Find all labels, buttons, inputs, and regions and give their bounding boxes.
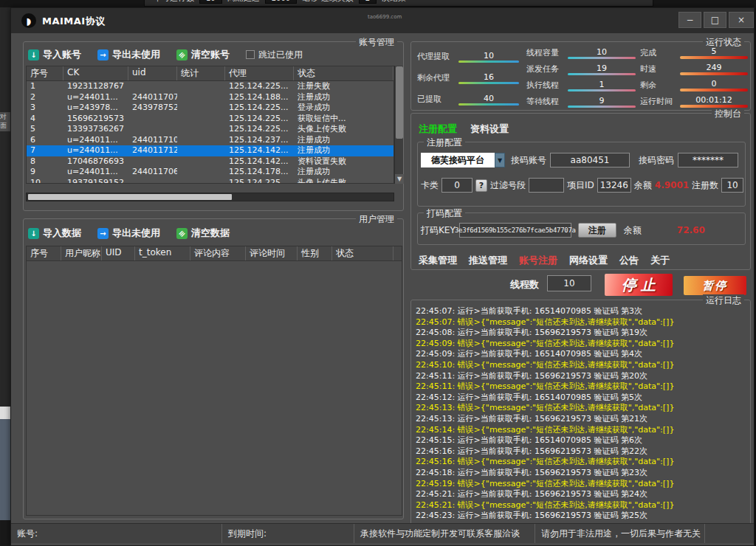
user-col-header[interactable]: 性别 bbox=[298, 246, 332, 260]
sms-platform-dropdown[interactable]: 德芙接码平台 bbox=[421, 153, 495, 167]
thread-count-input[interactable]: 10 bbox=[547, 275, 591, 291]
table-cell: 125.124.237... bbox=[225, 135, 294, 146]
account-table-vscrollbar[interactable]: ▼ bbox=[394, 66, 403, 184]
export-unused-data-button[interactable]: → 导出未使用 bbox=[97, 227, 160, 240]
account-table-hscrollbar[interactable] bbox=[26, 193, 394, 201]
export-icon: → bbox=[97, 49, 109, 61]
nav-tab[interactable]: 账号注册 bbox=[519, 254, 557, 267]
console-label: 控制台 bbox=[712, 108, 744, 120]
pause-button[interactable]: 暂停 bbox=[684, 276, 746, 295]
user-col-header[interactable]: 用户昵称 bbox=[61, 246, 102, 260]
hscroll-thumb[interactable] bbox=[28, 194, 232, 200]
account-col-header[interactable]: uid bbox=[128, 66, 177, 80]
stop-button[interactable]: 停止 bbox=[605, 274, 673, 296]
proxy-stats-column: 代理提取10剩余代理16已提取40 bbox=[417, 51, 519, 106]
skip-used-checkbox[interactable]: 跳过已使用 bbox=[246, 49, 303, 61]
table-cell: 125.124.188... bbox=[225, 92, 294, 103]
table-row[interactable]: 6u=244011...244011710125.124.237...注册成功 bbox=[27, 135, 394, 146]
log-line-info: 22:45:12: 运行>当前获取手机: 16514070985 验证码 第5次 bbox=[416, 393, 745, 404]
register-count-input[interactable]: 10 bbox=[721, 178, 743, 193]
user-col-header[interactable]: 序号 bbox=[27, 246, 61, 260]
run-log-label: 运行日志 bbox=[703, 294, 744, 307]
table-row[interactable]: 9u=244011...244011706125.124.178...注册成功 bbox=[27, 167, 394, 178]
log-line-error: 22:45:21: 错误>{"message":"短信还未到达,请继续获取","… bbox=[416, 500, 745, 511]
vscroll-thumb[interactable] bbox=[396, 66, 403, 139]
import-accounts-label: 导入账号 bbox=[43, 48, 81, 61]
table-cell bbox=[177, 114, 225, 125]
table-row[interactable]: 817046876693125.124.142...资料设置失败 bbox=[27, 156, 394, 167]
account-table-body: 119231128767125.124.225...注册失败2u=244011.… bbox=[27, 81, 394, 184]
table-cell: 17046876693 bbox=[63, 156, 128, 167]
stat-value: 10 bbox=[568, 48, 636, 57]
table-cell: 6 bbox=[27, 135, 63, 146]
table-cell bbox=[177, 92, 225, 103]
table-row[interactable]: 513393736267125.124.225...头像上传失败 bbox=[27, 124, 394, 135]
nav-tab[interactable]: 推送管理 bbox=[469, 254, 507, 267]
stat-gradient-bar bbox=[458, 82, 519, 84]
table-row[interactable]: 7u=244011...244011712125.124.142...注册成功 bbox=[27, 145, 394, 156]
clear-data-button[interactable]: ≡ 清空数据 bbox=[176, 227, 230, 240]
user-col-header[interactable]: t_token bbox=[135, 246, 190, 260]
account-col-header[interactable]: 代理 bbox=[225, 66, 294, 80]
user-col-header[interactable]: UID bbox=[102, 246, 135, 260]
nav-tab[interactable]: 关于 bbox=[650, 254, 670, 267]
user-col-header[interactable]: 评论内容 bbox=[190, 246, 246, 260]
filter-segment-input[interactable] bbox=[529, 178, 564, 193]
import-data-button[interactable]: ↓ 导入数据 bbox=[28, 227, 81, 240]
account-table-header: 序号CKuid统计代理状态 bbox=[27, 66, 394, 81]
table-cell bbox=[177, 103, 225, 114]
table-row[interactable]: 415696219573125.124.225...获取短信中... bbox=[27, 114, 394, 125]
log-output[interactable]: 22:45:07: 运行>当前获取手机: 16514070985 验证码 第3次… bbox=[416, 306, 745, 525]
captcha-key-input[interactable]: 3e3f6d1569b155c276b7fcae5b47707a bbox=[459, 223, 571, 238]
sms-password-input[interactable]: ******* bbox=[678, 153, 738, 167]
clear-accounts-button[interactable]: ≡ 清空账号 bbox=[176, 48, 230, 61]
stat-item: 完成5 bbox=[640, 47, 748, 59]
nav-tab[interactable]: 网络设置 bbox=[569, 254, 608, 267]
table-cell bbox=[177, 81, 225, 92]
close-button[interactable]: × bbox=[729, 12, 754, 28]
table-row[interactable]: 2u=244011...244011707125.124.188...注册成功 bbox=[27, 92, 394, 103]
table-cell bbox=[128, 114, 177, 125]
table-cell: u=244011... bbox=[63, 167, 128, 178]
account-col-header[interactable]: 统计 bbox=[177, 66, 225, 80]
tab-register-config[interactable]: 注册配置 bbox=[419, 122, 457, 136]
user-col-header[interactable]: 状态 bbox=[332, 246, 394, 260]
minimize-button[interactable]: − bbox=[678, 12, 701, 28]
background-fragment: 对面 bbox=[0, 112, 10, 131]
card-type-input[interactable]: 0 bbox=[441, 178, 472, 193]
table-cell: 19231128767 bbox=[63, 81, 128, 92]
table-row[interactable]: 119231128767125.124.225...注册失败 bbox=[27, 81, 394, 92]
clear-data-label: 清空数据 bbox=[191, 227, 230, 240]
tab-profile-settings[interactable]: 资料设置 bbox=[470, 122, 509, 136]
console-group: 控制台 注册配置资料设置 注册配置 德芙接码平台 ▼ 接码账号 aa80451 … bbox=[410, 113, 751, 270]
account-col-header[interactable]: CK bbox=[63, 66, 128, 80]
stat-bar-wrap: 0 bbox=[680, 80, 748, 91]
maximize-button[interactable]: □ bbox=[704, 12, 726, 28]
stat-label: 剩余 bbox=[640, 80, 677, 91]
account-col-header[interactable]: 序号 bbox=[27, 66, 63, 80]
register-button[interactable]: 注册 bbox=[578, 223, 616, 238]
watermark-text: tao6699.com bbox=[368, 14, 402, 20]
scroll-down-arrow-icon[interactable]: ▼ bbox=[395, 174, 404, 184]
table-row[interactable]: 1019379159152125.124.225...头像上传失败 bbox=[27, 178, 394, 184]
import-accounts-button[interactable]: ↓ 导入账号 bbox=[28, 48, 81, 61]
nav-tab[interactable]: 公告 bbox=[619, 254, 639, 267]
table-cell: 125.124.142... bbox=[225, 145, 294, 156]
sms-account-input[interactable]: aa80451 bbox=[550, 153, 630, 167]
help-button[interactable]: ? bbox=[475, 179, 487, 192]
chevron-down-icon[interactable]: ▼ bbox=[495, 153, 505, 167]
import-icon: ↓ bbox=[28, 228, 39, 239]
table-cell: 125.124.225... bbox=[225, 114, 294, 125]
export-unused-accounts-button[interactable]: → 导出未使用 bbox=[97, 48, 160, 61]
table-row[interactable]: 3u=243978...243978752125.124.225...登录成功 bbox=[27, 103, 394, 114]
background-window-toolbar: 单号运行数10间隔延迟2000毫秒 连续失败2次结束 bbox=[144, 0, 653, 7]
project-id-input[interactable]: 13246 bbox=[597, 178, 631, 193]
nav-tab[interactable]: 采集管理 bbox=[419, 254, 457, 267]
user-col-header[interactable]: 评论时间 bbox=[246, 246, 298, 260]
bg-field-label: 间隔延迟 bbox=[227, 0, 260, 4]
captcha-balance-value: 72.60 bbox=[677, 225, 705, 235]
account-col-header[interactable]: 状态 bbox=[294, 66, 394, 80]
title-bar: ◗ MAIMAI协议 tao6699.com − □ × bbox=[11, 8, 754, 33]
table-cell: 243978752 bbox=[128, 103, 177, 114]
table-cell: 3 bbox=[27, 103, 63, 114]
